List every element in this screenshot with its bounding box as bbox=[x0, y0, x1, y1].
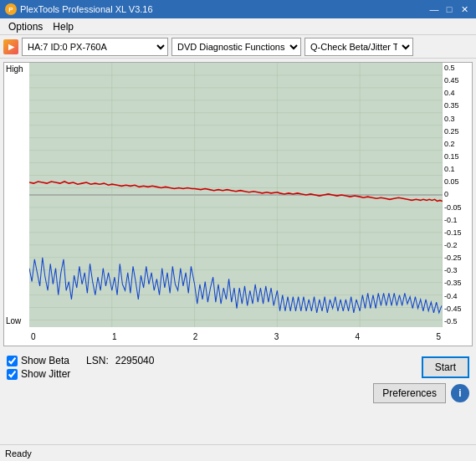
y-tick-045: 0.45 bbox=[444, 77, 459, 85]
maximize-button[interactable]: □ bbox=[443, 3, 456, 16]
y-tick-03: 0.3 bbox=[444, 115, 455, 123]
y-tick-n01: -0.1 bbox=[444, 217, 458, 224]
y-tick-005: 0.05 bbox=[444, 178, 459, 186]
toolbar: ▶ HA:7 ID:0 PX-760A DVD Diagnostic Funct… bbox=[0, 35, 476, 59]
x-tick-4: 4 bbox=[356, 332, 361, 341]
status-text: Ready bbox=[5, 448, 32, 458]
lsn-label: LSN: bbox=[86, 355, 109, 366]
y-tick-05: 0.5 bbox=[444, 64, 455, 72]
preferences-button[interactable]: Preferences bbox=[373, 383, 446, 403]
y-axis-high-label: High bbox=[6, 64, 23, 74]
x-tick-2: 2 bbox=[193, 332, 198, 341]
y-tick-015: 0.15 bbox=[444, 153, 459, 161]
minimize-button[interactable]: — bbox=[427, 3, 441, 16]
chart-plot bbox=[29, 63, 443, 327]
bottom-row-1: Show Beta LSN: 2295040 Show Jitter Start bbox=[7, 355, 469, 380]
y-tick-02: 0.2 bbox=[444, 141, 455, 148]
lsn-value: 2295040 bbox=[115, 355, 155, 366]
y-tick-01: 0.1 bbox=[444, 166, 455, 173]
window-title: PlexTools Professional XL V3.16 bbox=[20, 4, 153, 14]
x-tick-0: 0 bbox=[31, 332, 36, 341]
close-button[interactable]: ✕ bbox=[458, 3, 471, 16]
start-button[interactable]: Start bbox=[422, 356, 469, 378]
chart-area: High Low bbox=[3, 62, 473, 346]
menu-options[interactable]: Options bbox=[3, 19, 48, 34]
bottom-panel: Show Beta LSN: 2295040 Show Jitter Start… bbox=[0, 350, 476, 407]
show-beta-checkbox[interactable] bbox=[7, 356, 18, 366]
y-tick-n04: -0.4 bbox=[444, 293, 458, 300]
y-tick-n015: -0.15 bbox=[444, 229, 462, 237]
x-tick-5: 5 bbox=[436, 332, 441, 341]
x-axis: 0 1 2 3 4 5 bbox=[29, 327, 443, 346]
window-controls: — □ ✕ bbox=[427, 3, 471, 16]
y-tick-n03: -0.3 bbox=[444, 267, 458, 274]
status-bar: Ready bbox=[0, 444, 476, 461]
y-axis-right: 0.5 0.45 0.4 0.35 0.3 0.25 0.2 0.15 0.1 … bbox=[443, 63, 472, 327]
y-tick-035: 0.35 bbox=[444, 102, 459, 110]
drive-select[interactable]: HA:7 ID:0 PX-760A bbox=[22, 38, 168, 56]
y-tick-0: 0 bbox=[444, 191, 448, 198]
y-tick-025: 0.25 bbox=[444, 128, 459, 136]
show-jitter-checkbox[interactable] bbox=[7, 369, 18, 380]
drive-icon: ▶ bbox=[3, 39, 18, 54]
y-tick-n035: -0.35 bbox=[444, 279, 462, 287]
show-jitter-row: Show Jitter bbox=[7, 368, 154, 380]
app-icon: P bbox=[5, 3, 17, 15]
show-beta-row: Show Beta LSN: 2295040 bbox=[7, 355, 154, 366]
function-select[interactable]: DVD Diagnostic Functions bbox=[171, 38, 301, 56]
show-beta-label: Show Beta bbox=[21, 355, 69, 366]
info-button[interactable]: i bbox=[451, 384, 469, 402]
y-tick-04: 0.4 bbox=[444, 90, 455, 97]
title-bar: P PlexTools Professional XL V3.16 — □ ✕ bbox=[0, 0, 476, 18]
menu-bar: Options Help bbox=[0, 18, 476, 35]
menu-help[interactable]: Help bbox=[48, 19, 79, 34]
show-jitter-label: Show Jitter bbox=[21, 368, 70, 380]
y-tick-n05: -0.5 bbox=[444, 318, 458, 325]
y-tick-n045: -0.45 bbox=[444, 305, 462, 313]
y-tick-n02: -0.2 bbox=[444, 242, 458, 249]
x-tick-3: 3 bbox=[274, 332, 279, 341]
bottom-row-2: Preferences i bbox=[7, 383, 469, 403]
checkboxes: Show Beta LSN: 2295040 Show Jitter bbox=[7, 355, 154, 380]
y-tick-n025: -0.25 bbox=[444, 254, 462, 262]
y-tick-n005: -0.05 bbox=[444, 204, 462, 212]
test-select[interactable]: Q-Check Beta/Jitter Test bbox=[305, 38, 413, 56]
y-axis-low-label: Low bbox=[6, 316, 21, 325]
x-tick-1: 1 bbox=[112, 332, 117, 341]
